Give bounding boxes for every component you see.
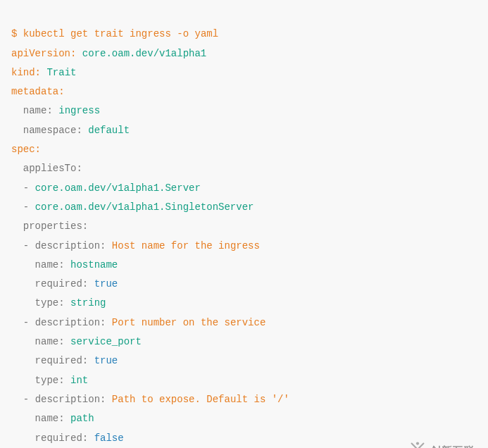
yaml-key-namespace: namespace: [23,125,82,136]
prompt-line: $ kubectl get trait ingress -o yaml [11,28,218,39]
yaml-key-propname: name: [35,259,65,270]
yaml-val-type: int [70,375,88,386]
yaml-appliesto-item: core.oam.dev/v1alpha1.Server [35,182,201,194]
yaml-val-namespace: default [88,125,130,136]
yaml-key-description: description: [35,240,106,251]
yaml-key-propname: name: [35,413,65,424]
command-flag: o yaml [183,28,218,39]
yaml-key-propname: name: [35,336,65,347]
yaml-key-kind: kind: [11,67,41,78]
list-dash: - [23,394,29,405]
yaml-val-propname: hostname [70,259,118,270]
yaml-key-required: required: [35,433,89,444]
terminal-output: $ kubectl get trait ingress -o yaml apiV… [11,6,477,448]
yaml-val-description: Path to expose. Default is '/' [112,394,289,405]
yaml-key-name: name: [23,105,53,116]
yaml-key-spec: spec: [11,144,41,155]
yaml-val-name: ingress [58,105,100,116]
yaml-val-description: Host name for the ingress [112,240,260,251]
yaml-key-type: type: [35,297,65,309]
list-dash: - [23,317,29,328]
yaml-val-required: true [94,278,118,290]
watermark-main-text: 创新互联 [430,445,481,448]
yaml-val-apiversion: core.oam.dev/v1alpha1 [82,48,206,59]
command-text: kubectl get trait ingress [23,28,171,39]
command-dash: - [177,28,182,39]
watermark-text: 创新互联 CHUANG XIN HU LIAN [430,445,481,448]
yaml-val-required: false [94,433,124,444]
yaml-key-properties: properties: [23,220,88,232]
yaml-key-description: description: [35,317,106,328]
list-dash: - [23,182,29,194]
yaml-key-metadata: metadata: [11,86,65,97]
yaml-val-propname: service_port [70,336,142,347]
watermark: 创新互联 CHUANG XIN HU LIAN [408,440,481,448]
yaml-key-type: type: [35,375,65,386]
yaml-key-required: required: [35,355,89,366]
yaml-key-appliesto: appliesTo: [23,163,82,174]
list-dash: - [23,201,29,213]
yaml-val-propname: path [70,413,94,424]
yaml-key-apiversion: apiVersion: [11,48,76,59]
list-dash: - [23,240,29,251]
yaml-val-required: true [94,355,118,366]
yaml-key-required: required: [35,278,89,290]
yaml-appliesto-item: core.oam.dev/v1alpha1.SingletonServer [35,201,254,213]
watermark-logo-icon [408,440,427,448]
yaml-key-description: description: [35,394,106,405]
yaml-val-kind: Trait [46,67,76,78]
yaml-val-type: string [70,297,106,309]
svg-point-0 [416,442,419,444]
yaml-val-description: Port number on the service [112,317,265,328]
